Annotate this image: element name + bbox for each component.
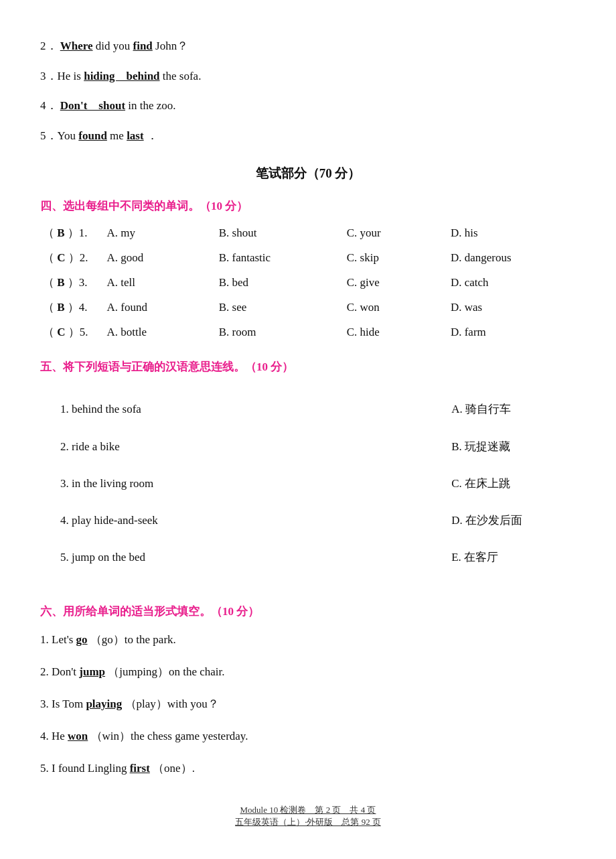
- word-find: find: [133, 40, 153, 52]
- fill-post: （jumping）on the chair.: [105, 665, 224, 678]
- section-5: 五、将下列短语与正确的汉语意思连线。（10 分） 1. behind the s…: [40, 359, 576, 589]
- section-5-title: 五、将下列短语与正确的汉语意思连线。（10 分）: [40, 359, 576, 375]
- mc-option-b: B. shout: [216, 220, 344, 245]
- fill-pre: 5. I found Lingling: [40, 762, 130, 775]
- mc-answer: （ C ）2.: [40, 245, 104, 270]
- mc-answer: （ C ）5.: [40, 320, 104, 344]
- fill-answer: first: [130, 762, 150, 775]
- match-left: 1. behind the sofa2. ride a bike3. in th…: [60, 381, 158, 585]
- mc-option-a: A. bottle: [104, 320, 216, 344]
- mc-row: （ B ）3. A. tell B. bed C. give D. catch: [40, 270, 576, 295]
- match-line: [158, 483, 451, 557]
- match-right-item: D. 在沙发后面: [451, 511, 522, 529]
- mc-option-d: D. catch: [448, 270, 576, 295]
- mc-option-c: C. your: [344, 220, 448, 245]
- mc-option-b: B. bed: [216, 270, 344, 295]
- sentence-3: 3．He is hiding behind the sofa.: [40, 66, 576, 87]
- section-6-title: 六、用所给单词的适当形式填空。（10 分）: [40, 604, 576, 619]
- mc-option-a: A. good: [104, 245, 216, 270]
- mc-option-b: B. see: [216, 295, 344, 320]
- match-line: [158, 409, 451, 446]
- footer-line2: 五年级英语（上）·外研版 总第 92 页: [40, 816, 576, 828]
- matching-container: 1. behind the sofa2. ride a bike3. in th…: [40, 381, 576, 589]
- fill-post: （play）with you？: [122, 698, 219, 710]
- fill-pre: 4. He: [40, 730, 68, 742]
- match-left-item: 5. jump on the bed: [60, 548, 158, 566]
- fill-line: 1. Let's go （go）to the park.: [40, 629, 576, 651]
- fill-answer: jump: [79, 665, 105, 678]
- written-section-title: 笔试部分（70 分）: [40, 165, 576, 182]
- match-left-item: 1. behind the sofa: [60, 400, 158, 418]
- word-hiding-behind: hiding behind: [84, 70, 159, 82]
- fill-line: 3. Is Tom playing （play）with you？: [40, 693, 576, 716]
- match-left-item: 3. in the living room: [60, 474, 158, 492]
- word-where: Where: [60, 40, 93, 52]
- fill-answer: go: [76, 633, 88, 646]
- mc-row: （ B ）4. A. found B. see C. won D. was: [40, 295, 576, 320]
- mc-option-c: C. give: [344, 270, 448, 295]
- fill-post: （one）.: [150, 762, 195, 775]
- sentence-2: 2． Where did you find John？: [40, 36, 576, 57]
- match-line: [158, 446, 451, 520]
- fill-line: 4. He won （win）the chess game yesterday.: [40, 725, 576, 748]
- match-left-item: 4. play hide-and-seek: [60, 511, 158, 529]
- fill-pre: 2. Don't: [40, 665, 79, 678]
- match-line: [158, 409, 451, 521]
- match-right-item: E. 在客厅: [451, 548, 522, 566]
- match-right-item: C. 在床上跳: [451, 474, 522, 492]
- word-dont-shout: Don't shout: [60, 99, 125, 112]
- fill-answer: won: [68, 730, 88, 742]
- mc-row: （ C ）2. A. good B. fantastic C. skip D. …: [40, 245, 576, 270]
- match-right-item: A. 骑自行车: [451, 400, 522, 418]
- mc-option-b: B. room: [216, 320, 344, 344]
- fill-pre: 3. Is Tom: [40, 698, 86, 710]
- mc-option-c: C. hide: [344, 320, 448, 344]
- mc-option-d: D. dangerous: [448, 245, 576, 270]
- mc-row: （ C ）5. A. bottle B. room C. hide D. far…: [40, 320, 576, 344]
- word-found: found: [78, 129, 107, 142]
- footer-line1: Module 10 检测卷 第 2 页 共 4 页: [40, 804, 576, 816]
- section-4: 四、选出每组中不同类的单词。（10 分） （ B ）1. A. my B. sh…: [40, 198, 576, 344]
- mc-option-a: A. tell: [104, 270, 216, 295]
- fill-answer: playing: [86, 698, 122, 710]
- fill-pre: 1. Let's: [40, 633, 76, 646]
- footer: Module 10 检测卷 第 2 页 共 4 页 五年级英语（上）·外研版 总…: [40, 804, 576, 828]
- mc-option-d: D. was: [448, 295, 576, 320]
- sentences-section: 2． Where did you find John？ 3．He is hidi…: [40, 36, 576, 146]
- sentence-4: 4． Don't shout in the zoo.: [40, 96, 576, 117]
- section-4-title: 四、选出每组中不同类的单词。（10 分）: [40, 198, 576, 214]
- fill-line: 2. Don't jump （jumping）on the chair.: [40, 661, 576, 683]
- match-line: [158, 483, 451, 557]
- sentence-5: 5．You found me last ．: [40, 126, 576, 147]
- mc-option-d: D. farm: [448, 320, 576, 344]
- section-6: 六、用所给单词的适当形式填空。（10 分） 1. Let's go （go）to…: [40, 604, 576, 780]
- word-last: last: [127, 129, 144, 142]
- mc-answer: （ B ）4.: [40, 295, 104, 320]
- mc-option-d: D. his: [448, 220, 576, 245]
- mc-option-a: A. found: [104, 295, 216, 320]
- mc-option-b: B. fantastic: [216, 245, 344, 270]
- mc-option-c: C. won: [344, 295, 448, 320]
- mc-row: （ B ）1. A. my B. shout C. your D. his: [40, 220, 576, 245]
- mc-option-c: C. skip: [344, 245, 448, 270]
- match-left-item: 2. ride a bike: [60, 438, 158, 456]
- num-2: 2．: [40, 40, 58, 52]
- mc-option-a: A. my: [104, 220, 216, 245]
- fill-post: （go）to the park.: [88, 633, 176, 646]
- fill-line: 5. I found Lingling first （one）.: [40, 757, 576, 780]
- match-right: A. 骑自行车B. 玩捉迷藏C. 在床上跳D. 在沙发后面E. 在客厅: [451, 381, 522, 585]
- mc-answer: （ B ）3.: [40, 270, 104, 295]
- mc-answer: （ B ）1.: [40, 220, 104, 245]
- match-right-item: B. 玩捉迷藏: [451, 438, 522, 456]
- mc-table: （ B ）1. A. my B. shout C. your D. his （ …: [40, 220, 576, 344]
- fill-post: （win）the chess game yesterday.: [88, 730, 248, 742]
